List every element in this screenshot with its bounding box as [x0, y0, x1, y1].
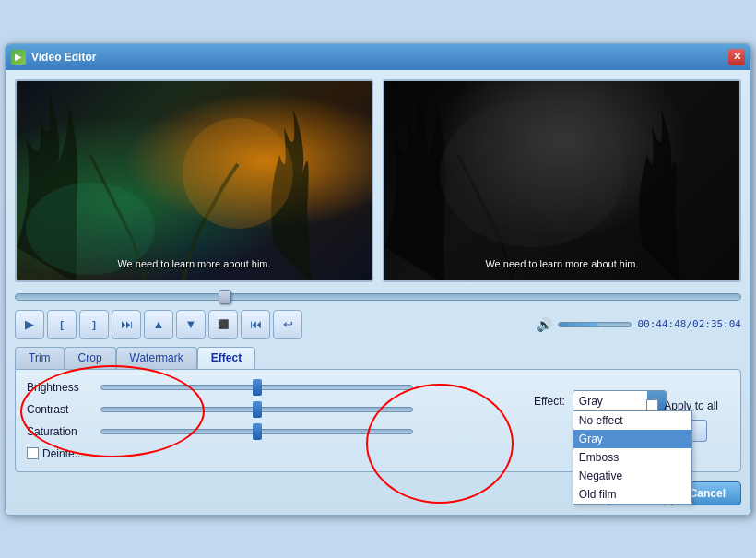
title-bar: ▶ Video Editor ✕ [6, 44, 750, 70]
panel-content: Brightness Contrast Saturation [27, 381, 729, 460]
effect-option-gray[interactable]: Gray [573, 430, 691, 448]
brightness-thumb[interactable] [253, 379, 262, 396]
enhance-up-button[interactable]: ▲ [144, 310, 173, 339]
play-button[interactable]: ▶ [15, 310, 44, 339]
saturation-track[interactable] [100, 429, 413, 434]
tab-crop[interactable]: Crop [65, 347, 116, 369]
effect-panel: Brightness Contrast Saturation [15, 369, 741, 472]
deinterlace-checkbox[interactable] [27, 447, 39, 459]
saturation-thumb[interactable] [253, 423, 262, 440]
preview-left-bg [17, 81, 372, 280]
preview-left: We need to learn more about him. [15, 79, 373, 282]
progress-track[interactable] [15, 293, 741, 301]
svg-point-0 [183, 118, 293, 229]
effect-option-no-effect[interactable]: No effect [573, 411, 691, 430]
contrast-track[interactable] [100, 407, 413, 412]
preview-area: We need to learn more about him. We need… [15, 79, 741, 282]
preview-right-svg [384, 81, 739, 280]
volume-fill [559, 323, 598, 326]
effect-dropdown-list: No effect Gray Emboss Negative [573, 410, 692, 505]
volume-area: 🔊 00:44:48/02:35:04 [537, 317, 741, 332]
preview-right: We need to learn more about him. [383, 79, 741, 282]
volume-icon: 🔊 [537, 317, 552, 332]
close-button[interactable]: ✕ [728, 49, 745, 65]
mark-in-button[interactable]: [ [47, 310, 77, 339]
tab-watermark[interactable]: Watermark [116, 347, 197, 369]
tab-effect[interactable]: Effect [197, 347, 255, 369]
center-button[interactable]: ⬛ [208, 310, 238, 339]
window-body: We need to learn more about him. We need… [6, 70, 750, 515]
progress-thumb[interactable] [219, 290, 231, 304]
progress-bar-area[interactable] [15, 290, 741, 304]
app-icon: ▶ [11, 50, 26, 65]
effect-select-value: Gray [573, 393, 647, 410]
brightness-label: Brightness [27, 381, 91, 394]
tab-trim[interactable]: Trim [15, 347, 65, 369]
contrast-label: Contrast [27, 403, 91, 416]
skip-button[interactable]: ⏭ [112, 310, 141, 339]
deinterlace-label: Deinte... [42, 447, 84, 460]
effect-option-old-film[interactable]: Old film [573, 485, 691, 504]
saturation-label: Saturation [27, 425, 91, 438]
controls-bar: ▶ [ ] ⏭ ▲ ▼ ⬛ ⏮ ↩ 🔊 00:44:48/02:35:04 [15, 310, 741, 339]
skip-back-button[interactable]: ⏮ [241, 310, 270, 339]
tabs-area: Trim Crop Watermark Effect [15, 347, 741, 369]
volume-track[interactable] [558, 322, 632, 327]
preview-right-bg [384, 81, 739, 280]
preview-left-subtitle: We need to learn more about him. [17, 258, 372, 269]
right-panel: Effect: Gray ▼ No effect [534, 390, 718, 412]
deinterlace-row: Deinte... [27, 447, 413, 460]
preview-left-svg [17, 81, 372, 280]
video-editor-window: ▶ Video Editor ✕ [5, 43, 751, 516]
mark-out-button[interactable]: ] [79, 310, 109, 339]
brightness-track[interactable] [100, 385, 413, 390]
effect-option-negative[interactable]: Negative [573, 467, 691, 485]
contrast-row: Contrast [27, 403, 413, 416]
window-title: Video Editor [31, 51, 723, 64]
enhance-down-button[interactable]: ▼ [176, 310, 206, 339]
sliders-section: Brightness Contrast Saturation [27, 381, 413, 460]
preview-right-subtitle: We need to learn more about him. [384, 258, 739, 269]
effect-option-emboss[interactable]: Emboss [573, 448, 691, 467]
saturation-row: Saturation [27, 425, 413, 438]
effect-label: Effect: [534, 395, 565, 408]
svg-point-2 [440, 100, 624, 247]
contrast-thumb[interactable] [253, 401, 262, 418]
undo-button[interactable]: ↩ [273, 310, 302, 339]
timecode: 00:44:48/02:35:04 [637, 318, 741, 330]
brightness-row: Brightness [27, 381, 413, 394]
